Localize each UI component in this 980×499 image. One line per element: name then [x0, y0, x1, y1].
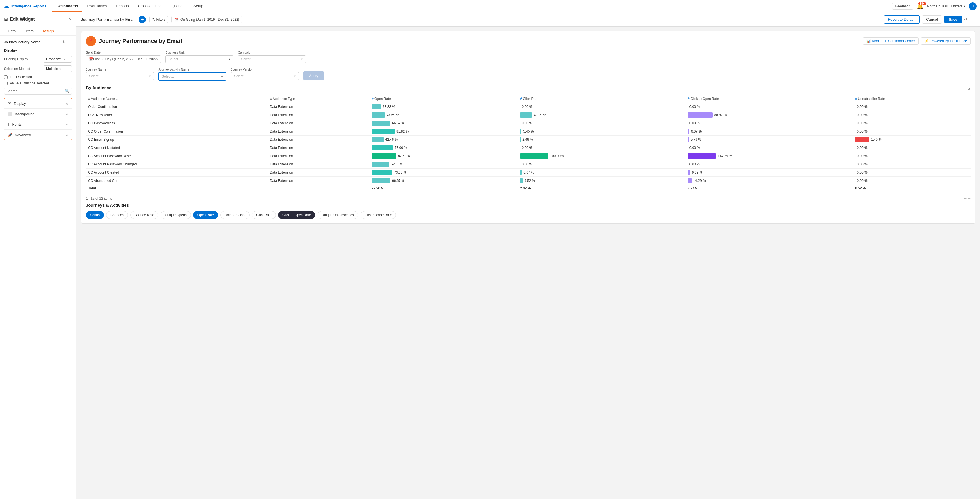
pill-unsubscribe-rate[interactable]: Unsubscribe Rate	[361, 211, 396, 219]
send-date-label: Send Date	[86, 51, 161, 54]
click-rate-cell: 0.00 %	[518, 103, 686, 111]
audience-type-cell: Data Extension	[268, 144, 369, 152]
nav-tab-pivot-tables[interactable]: Pivot Tables	[83, 0, 111, 12]
more-icon[interactable]: ⋮	[68, 40, 72, 44]
audience-type-cell: Data Extension	[268, 136, 369, 144]
search-icon: 🔍	[65, 89, 69, 93]
table-row: CC Email Signup Data Extension 42.46 % 2…	[86, 136, 970, 144]
pill-unique-clicks[interactable]: Unique Clicks	[220, 211, 250, 219]
preview-icon[interactable]: 👁	[964, 17, 969, 22]
nav-tab-dashboards[interactable]: Dashboards	[52, 0, 83, 12]
click-rate-cell: 100.00 %	[518, 152, 686, 160]
close-icon[interactable]: ✕	[68, 17, 72, 22]
add-widget-button[interactable]: +	[138, 16, 146, 23]
cto-rate-cell: 88.87 %	[686, 111, 853, 119]
journeys-section: Journeys & Activities SendsBouncesBounce…	[86, 203, 970, 219]
col-open-rate: # Open Rate	[369, 95, 518, 103]
filtering-display-select[interactable]: Dropdown ▾	[44, 56, 72, 63]
more-options-icon[interactable]: ⋮	[971, 17, 975, 22]
search-input[interactable]	[6, 89, 63, 93]
values-must-be-selected-checkbox[interactable]	[4, 81, 8, 85]
pill-unique-opens[interactable]: Unique Opens	[161, 211, 191, 219]
chevron-down-icon: ▾	[964, 4, 965, 8]
filter-button[interactable]: ⚗ Filters	[149, 16, 168, 23]
journey-name-placeholder: Select...	[89, 74, 149, 78]
filtering-display-row: Filtering Display Dropdown ▾	[4, 56, 72, 63]
send-date-value: Last 30 Days (Dec 2, 2022 - Dec 31, 2022…	[93, 57, 158, 61]
powered-button[interactable]: ⚡ Powered By Intelligence	[921, 37, 970, 45]
campaign-select[interactable]: Select... ▾	[238, 55, 306, 63]
pill-open-rate[interactable]: Open Rate	[193, 211, 218, 219]
next-page-icon[interactable]: ⇒	[968, 197, 970, 200]
nav-tab-setup[interactable]: Setup	[189, 0, 208, 12]
cto-rate-cell: 114.29 %	[686, 152, 853, 160]
click-rate-cell: 0.00 %	[518, 144, 686, 152]
menu-item-display-left: 👁 Display	[8, 101, 26, 106]
menu-item-background-left: ⬜ Background	[8, 111, 34, 116]
menu-item-display[interactable]: 👁 Display ◇	[4, 98, 72, 109]
feedback-button[interactable]: Feedback	[892, 3, 913, 10]
send-date-select[interactable]: 📅 Last 30 Days (Dec 2, 2022 - Dec 31, 20…	[86, 55, 161, 63]
limit-selection-checkbox[interactable]	[4, 75, 8, 79]
apply-button[interactable]: Apply	[303, 72, 324, 80]
avatar[interactable]: U	[969, 2, 977, 10]
pill-unique-unsubscribes[interactable]: Unique Unsubscribes	[318, 211, 358, 219]
nav-tab-reports[interactable]: Reports	[111, 0, 134, 12]
table-row: Order Confirmation Data Extension 33.33 …	[86, 103, 970, 111]
by-audience-title: By Audience	[86, 85, 111, 90]
monitor-button[interactable]: 📊 Monitor in Command Center	[863, 37, 919, 45]
notification-area: 🔔 99+	[916, 3, 924, 10]
pill-bounce-rate[interactable]: Bounce Rate	[130, 211, 158, 219]
widget-name-actions: 👁 ⋮	[62, 40, 72, 44]
eye-icon[interactable]: 👁	[62, 40, 66, 44]
save-button[interactable]: Save	[944, 16, 962, 23]
chevron-expand-icon-background: ◇	[66, 113, 68, 116]
cto-rate-cell: 0.00 %	[686, 103, 853, 111]
campaign-placeholder: Select...	[241, 57, 301, 61]
nav-tab-cross-channel[interactable]: Cross-Channel	[134, 0, 167, 12]
menu-item-advanced[interactable]: 🚀 Advanced ◇	[4, 130, 72, 140]
menu-item-background[interactable]: ⬜ Background ◇	[4, 109, 72, 119]
prev-page-icon[interactable]: ⇐	[964, 197, 967, 200]
selection-method-select[interactable]: Multiple ▾	[44, 65, 72, 72]
business-unit-select[interactable]: Select... ▾	[165, 55, 233, 63]
send-date-filter: Send Date 📅 Last 30 Days (Dec 2, 2022 - …	[86, 51, 161, 63]
table-row: ECS Newsletter Data Extension 47.59 % 42…	[86, 111, 970, 119]
audience-type-cell: Data Extension	[268, 119, 369, 127]
revert-button[interactable]: Revert to Default	[884, 15, 920, 24]
filter-table-icon[interactable]: ⚗	[967, 87, 970, 91]
advanced-icon: 🚀	[8, 132, 13, 137]
journey-activity-select[interactable]: Select... ▾	[158, 72, 226, 81]
background-icon: ⬜	[8, 111, 13, 116]
unsub-rate-cell: 0.00 %	[853, 168, 970, 177]
pill-sends[interactable]: Sends	[86, 211, 104, 219]
journey-name-select[interactable]: Select... ▾	[86, 72, 154, 80]
audience-type-cell: Data Extension	[268, 152, 369, 160]
cto-rate-cell: 0.00 %	[686, 160, 853, 168]
location-icon: 📍	[86, 36, 96, 46]
pill-bounces[interactable]: Bounces	[106, 211, 128, 219]
business-unit-filter: Business Unit Select... ▾	[165, 51, 233, 63]
cancel-button[interactable]: Cancel	[922, 15, 942, 24]
menu-item-fonts[interactable]: T Fonts ◇	[4, 119, 72, 130]
journey-version-select[interactable]: Select... ▾	[231, 72, 299, 80]
chevron-down-jn: ▾	[149, 74, 151, 78]
pill-click-rate[interactable]: Click Rate	[252, 211, 276, 219]
audience-name-cell: ECS Newsletter	[86, 111, 268, 119]
audience-name-cell: CC Account Password Changed	[86, 160, 268, 168]
journey-version-label: Journey Version	[231, 68, 299, 71]
nav-tab-queries[interactable]: Queries	[167, 0, 189, 12]
table-header-row: ≡ Audience Name ↓ ≡ Audience Type # Open…	[86, 95, 970, 103]
click-rate-cell: 0.00 %	[518, 160, 686, 168]
calendar-icon: 📅	[175, 17, 179, 22]
tab-filters[interactable]: Filters	[19, 27, 37, 35]
app-name: Intelligence Reports	[11, 4, 46, 8]
card-header-btns: 📊 Monitor in Command Center ⚡ Powered By…	[863, 37, 970, 45]
pill-click-to-open-rate[interactable]: Click to Open Rate	[278, 211, 315, 219]
tab-design[interactable]: Design	[38, 27, 58, 35]
tab-data[interactable]: Data	[4, 27, 19, 35]
menu-item-advanced-left: 🚀 Advanced	[8, 132, 31, 137]
business-unit-placeholder: Select...	[169, 57, 229, 61]
org-selector[interactable]: Northern Trail Outfitters ▾	[927, 4, 965, 8]
date-range-button[interactable]: 📅 On Going (Jan 1, 2019 - Dec 31, 2022)	[171, 16, 242, 23]
